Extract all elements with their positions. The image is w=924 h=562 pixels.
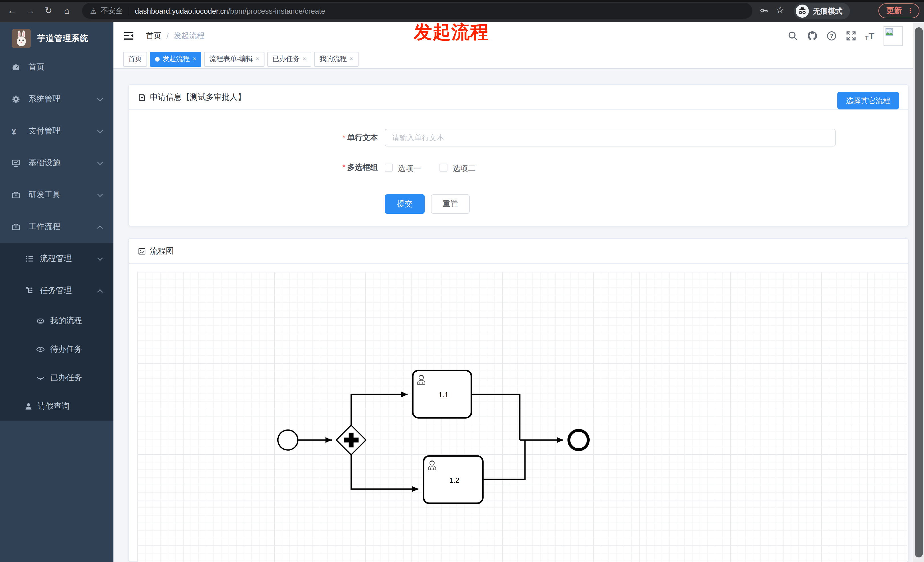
tab-strip-edge [0,0,924,2]
image-icon [138,247,146,255]
field-label-single-line-text: *单行文本 [266,129,378,147]
address-bar[interactable]: ⚠ 不安全 dashboard.yudao.iocoder.cn/bpm/pro… [82,3,752,19]
sidebar-item-task-management[interactable]: 任务管理 [0,275,113,307]
annotation-title: 发起流程 [414,20,489,45]
svg-text:?: ? [830,33,833,39]
field-label-checkbox-group: *多选框组 [266,161,378,174]
scrollbar-thumb[interactable] [915,27,922,558]
toolbox-icon [11,190,21,199]
sidebar-item-system[interactable]: 系统管理 [0,83,113,115]
chevron-down-icon [97,161,103,165]
sidebar-item-home[interactable]: 首页 [0,51,113,83]
avatar[interactable] [884,26,903,46]
monitor-icon [11,159,21,168]
briefcase-icon [11,222,21,231]
chevron-up-icon [97,225,103,229]
sidebar-item-todo-tasks[interactable]: 待办任务 [0,335,113,364]
active-dot-icon [155,57,160,61]
app-logo: 芋道管理系统 [0,22,113,54]
sidebar-item-leave-query[interactable]: 请假查询 [0,392,113,421]
tag-tab-done-tasks[interactable]: 已办任务× [267,52,312,66]
tags-view-bar: 首页 发起流程× 流程表单-编辑× 已办任务× 我的流程× [113,49,924,69]
tag-tab-start-process[interactable]: 发起流程× [150,52,201,66]
not-secure-icon: ⚠ [90,6,97,15]
eye-open-icon [36,345,45,354]
close-icon[interactable]: × [350,56,353,62]
app-root: ← → ↻ ⌂ ⚠ 不安全 dashboard.yudao.iocoder.cn… [0,0,924,562]
process-diagram-card-header: 流程图 [129,239,908,264]
update-button[interactable]: 更新 ⋮ [878,3,920,18]
process-diagram-title: 流程图 [150,246,174,256]
tree-icon [25,286,34,295]
scrollbar-track[interactable] [913,22,924,562]
bookmark-star-icon[interactable]: ☆ [776,4,784,16]
apply-info-title: 申请信息【测试多审批人】 [150,92,246,102]
checkbox-option-1-label[interactable]: 选项一 [398,163,421,174]
tag-tab-my-processes[interactable]: 我的流程× [314,52,358,66]
close-icon[interactable]: × [303,56,306,62]
sidebar-item-payment[interactable]: ¥ 支付管理 [0,115,113,147]
choose-other-process-button[interactable]: 选择其它流程 [837,92,899,109]
bpmn-canvas: 1.1 1.2 [137,272,907,562]
required-mark: * [342,133,345,142]
chevron-down-icon [97,129,103,133]
sidebar: 芋道管理系统 首页 系统管理 ¥ 支付管理 基础设施 研发工具 工作 [0,22,113,562]
github-icon[interactable] [807,31,817,41]
browser-menu-icon[interactable]: ⋮ [907,7,914,15]
required-mark: * [342,163,345,172]
bpmn-end-event [569,430,588,450]
bpmn-diagram: 1.1 1.2 [137,272,907,562]
checkbox-option-1[interactable] [385,163,393,172]
chevron-down-icon [97,257,103,261]
page-header: 首页 / 发起流程 ? TT ▼ [113,22,924,49]
fullscreen-icon[interactable] [846,31,856,41]
font-size-icon[interactable]: TT [865,31,874,41]
chevron-down-icon [97,97,103,101]
dashboard-icon [11,63,21,72]
checkbox-option-2[interactable] [440,163,447,172]
browser-forward-button[interactable]: → [24,4,36,18]
incognito-icon [796,4,809,18]
browser-back-button[interactable]: ← [6,4,18,18]
submit-button[interactable]: 提交 [385,194,424,214]
apply-info-card: 申请信息【测试多审批人】 选择其它流程 *单行文本 *多选框组 选项一 选项二 … [128,84,909,226]
sidebar-item-done-tasks[interactable]: 已办任务 [0,364,113,392]
robot-icon [36,316,45,325]
tag-tab-form-edit[interactable]: 流程表单-编辑× [204,52,264,66]
app-title: 芋道管理系统 [37,33,88,43]
checkbox-option-2-label[interactable]: 选项二 [453,163,476,174]
browser-home-button[interactable]: ⌂ [60,4,73,18]
chevron-down-icon [97,193,103,197]
key-icon[interactable] [759,6,769,15]
help-icon[interactable]: ? [826,31,837,41]
sidebar-item-workflow[interactable]: 工作流程 [0,211,113,243]
breadcrumb: 首页 / 发起流程 [146,22,205,49]
breadcrumb-separator: / [166,31,169,40]
bpmn-start-event [278,430,298,450]
workflow-submenu: 流程管理 任务管理 我的流程 待办任务 已办任务 请假 [0,243,113,421]
sidebar-item-process-management[interactable]: 流程管理 [0,243,113,275]
app-logo-image [12,29,31,48]
close-icon[interactable]: × [193,56,196,62]
breadcrumb-current: 发起流程 [174,31,205,41]
browser-reload-button[interactable]: ↻ [42,4,55,18]
sidebar-item-devtools[interactable]: 研发工具 [0,179,113,211]
single-line-text-input[interactable] [385,129,836,147]
search-icon[interactable] [788,31,798,41]
tag-tab-home[interactable]: 首页 [123,52,147,66]
flow-task2-out [483,441,525,480]
sidebar-item-my-processes[interactable]: 我的流程 [0,307,113,335]
flow-gateway-to-task1 [351,394,408,426]
task-label: 1.2 [449,476,459,484]
chevron-up-icon [97,289,103,293]
flow-gateway-to-task2 [351,454,418,489]
reset-button[interactable]: 重置 [431,194,470,214]
sidebar-item-infrastructure[interactable]: 基础设施 [0,147,113,179]
url-divider [129,6,129,15]
gear-icon [11,94,21,104]
breadcrumb-home[interactable]: 首页 [146,31,161,41]
sidebar-collapse-icon[interactable] [124,31,134,40]
close-icon[interactable]: × [256,56,260,62]
eye-closed-icon [36,373,45,382]
list-icon [25,254,34,263]
